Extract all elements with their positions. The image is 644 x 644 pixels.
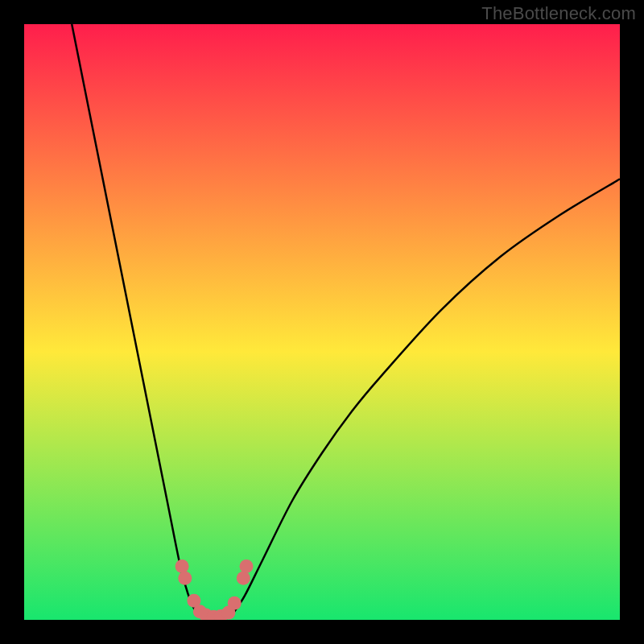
data-marker	[178, 572, 192, 585]
data-marker	[175, 559, 189, 573]
data-marker	[240, 559, 254, 573]
data-marker	[237, 572, 250, 585]
plot-area	[24, 24, 620, 620]
data-marker	[228, 597, 242, 610]
gradient-background	[24, 24, 620, 620]
plot-svg	[24, 24, 620, 620]
watermark-text: TheBottleneck.com	[481, 3, 636, 24]
chart-frame: TheBottleneck.com	[0, 0, 644, 644]
